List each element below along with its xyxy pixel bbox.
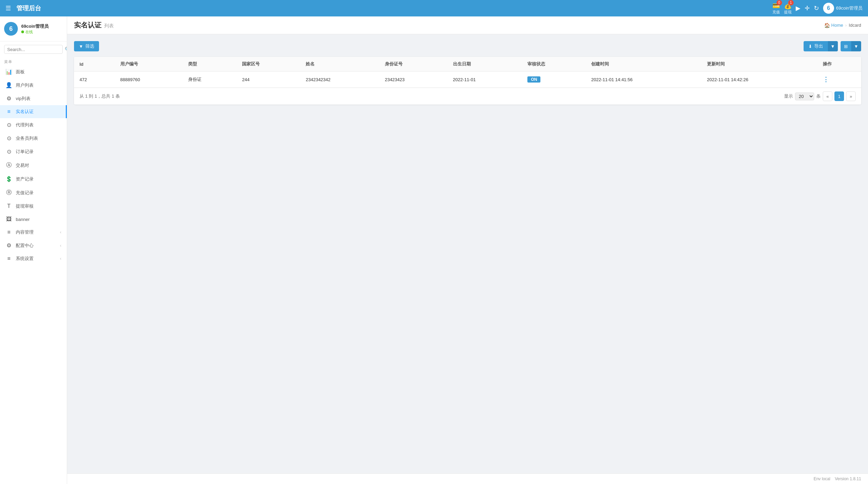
next-page-button[interactable]: » bbox=[846, 91, 856, 101]
refresh-icon: ↻ bbox=[814, 4, 819, 12]
pagination-controls: 显示 10 20 50 100 条 « 1 » bbox=[784, 91, 856, 101]
user-icon: 👤 bbox=[5, 82, 12, 88]
sidebar-item-sys-settings[interactable]: ≡ 系统设置 ‹ bbox=[0, 252, 67, 265]
columns-group: ⊞ ▼ bbox=[841, 41, 861, 51]
col-updated-at: 更新时间 bbox=[701, 57, 817, 72]
sidebar-item-agent-list[interactable]: ⊙ 代理列表 bbox=[0, 118, 67, 132]
play-icon: ▶ bbox=[796, 4, 800, 12]
sidebar-item-content-mgmt[interactable]: ≡ 内容管理 ‹ bbox=[0, 226, 67, 239]
sys-icon: ≡ bbox=[5, 256, 12, 262]
cell-created-at: 2022-11-01 14:41:56 bbox=[586, 72, 701, 88]
sidebar-item-recharge-records[interactable]: Ⓡ 充值记录 bbox=[0, 186, 67, 200]
dashboard-icon: 📊 bbox=[5, 69, 12, 75]
cell-actions: ⋮ bbox=[817, 72, 861, 88]
page-size-select[interactable]: 10 20 50 100 bbox=[795, 92, 814, 100]
withdraw-badge: 1 bbox=[788, 0, 794, 5]
sidebar-item-dashboard[interactable]: 📊 面板 bbox=[0, 65, 67, 78]
breadcrumb: 实名认证 列表 🏠 Home › Idcard bbox=[67, 16, 868, 34]
col-created-at: 创建时间 bbox=[586, 57, 701, 72]
sidebar-item-withdraw-review[interactable]: T 提现审核 bbox=[0, 200, 67, 213]
sidebar-item-banner[interactable]: 🖼 banner bbox=[0, 213, 67, 226]
app-title: 管理后台 bbox=[16, 4, 41, 12]
col-id-number: 身份证号 bbox=[379, 57, 448, 72]
col-type: 类型 bbox=[183, 57, 236, 72]
breadcrumb-separator: › bbox=[845, 23, 847, 28]
sidebar-item-label: 用户列表 bbox=[16, 82, 61, 88]
sidebar-item-config-center[interactable]: ⚙ 配置中心 ‹ bbox=[0, 239, 67, 252]
recharge-button[interactable]: 💳 充值 0 bbox=[772, 2, 780, 15]
export-group: ⬇ 导出 ▼ bbox=[804, 41, 838, 51]
page-subtitle: 列表 bbox=[104, 23, 114, 29]
sidebar-item-label: 面板 bbox=[16, 69, 61, 75]
sidebar-item-label: 订单记录 bbox=[16, 149, 61, 155]
header-right: 💳 充值 0 💰 提现 1 ▶ ✛ ↻ 6 69coin管理员 bbox=[772, 2, 863, 15]
cell-user-code: 88889760 bbox=[115, 72, 183, 88]
cell-updated-at: 2022-11-01 14:42:26 bbox=[701, 72, 817, 88]
hamburger-icon[interactable]: ☰ bbox=[5, 4, 11, 12]
version-label: Version bbox=[835, 476, 848, 481]
sidebar-item-trade[interactable]: Ⓐ 交易对 bbox=[0, 158, 67, 172]
columns-dropdown-button[interactable]: ▼ bbox=[851, 41, 861, 51]
display-label: 显示 bbox=[784, 93, 793, 99]
pagination: 从 1 到 1，总共 1 条 显示 10 20 50 100 条 « 1 » bbox=[74, 88, 861, 104]
play-button[interactable]: ▶ bbox=[796, 4, 800, 12]
chevron-down-icon: ‹ bbox=[60, 243, 61, 248]
table-row: 472 88889760 身份证 244 2342342342 23423423… bbox=[74, 72, 861, 88]
search-icon[interactable]: 🔍 bbox=[65, 47, 67, 52]
cell-birth-date: 2022-11-01 bbox=[448, 72, 522, 88]
avatar: 6 bbox=[823, 3, 834, 14]
export-dropdown-button[interactable]: ▼ bbox=[828, 41, 838, 51]
content-area: ▼ 筛选 ⬇ 导出 ▼ bbox=[67, 34, 868, 473]
menu-label: 菜单 bbox=[0, 57, 67, 65]
recharge-badge: 0 bbox=[777, 0, 782, 5]
user-info[interactable]: 6 69coin管理员 bbox=[823, 3, 863, 14]
agent-icon: ⊙ bbox=[5, 122, 12, 128]
fullscreen-button[interactable]: ✛ bbox=[805, 4, 810, 12]
layout: 6 69coin管理员 在线 🔍 菜单 📊 面板 👤 用户列表 bbox=[0, 16, 868, 484]
header-row: Id 用户编号 类型 国家区号 姓名 身份证号 出生日期 审核状态 创建时间 更… bbox=[74, 57, 861, 72]
columns-button[interactable]: ⊞ bbox=[841, 41, 851, 51]
sidebar-item-order-records[interactable]: ⊙ 订单记录 bbox=[0, 145, 67, 158]
sidebar: 6 69coin管理员 在线 🔍 菜单 📊 面板 👤 用户列表 bbox=[0, 16, 67, 484]
table-body: 472 88889760 身份证 244 2342342342 23423423… bbox=[74, 72, 861, 88]
withdraw-review-icon: T bbox=[5, 203, 12, 209]
export-icon: ⬇ bbox=[808, 44, 812, 49]
sidebar-item-user-list[interactable]: 👤 用户列表 bbox=[0, 78, 67, 92]
export-button[interactable]: ⬇ 导出 bbox=[804, 41, 828, 51]
filter-icon: ▼ bbox=[79, 44, 83, 49]
sidebar-item-asset-records[interactable]: 💲 资产记录 bbox=[0, 172, 67, 186]
sidebar-item-label: 配置中心 bbox=[16, 243, 57, 249]
chevron-down-icon: ▼ bbox=[831, 44, 835, 49]
current-page-button[interactable]: 1 bbox=[834, 91, 844, 101]
chevron-down-icon: ▼ bbox=[854, 44, 858, 49]
top-header: ☰ 管理后台 💳 充值 0 💰 提现 1 ▶ ✛ ↻ 6 69coin管理员 bbox=[0, 0, 868, 16]
search-input[interactable] bbox=[7, 47, 65, 52]
fullscreen-icon: ✛ bbox=[805, 4, 810, 12]
sidebar-item-label: 内容管理 bbox=[16, 229, 57, 235]
env-value: local bbox=[822, 476, 830, 481]
cell-audit-status: ON bbox=[522, 72, 586, 88]
row-action-button[interactable]: ⋮ bbox=[823, 76, 829, 83]
sidebar-item-label: 实名认证 bbox=[16, 109, 60, 115]
sidebar-search: 🔍 bbox=[0, 41, 67, 57]
filter-button[interactable]: ▼ 筛选 bbox=[74, 41, 99, 51]
sidebar-item-idcard[interactable]: ≡ 实名认证 bbox=[0, 105, 67, 118]
sidebar-item-label: 业务员列表 bbox=[16, 135, 61, 141]
online-badge: 在线 bbox=[21, 29, 49, 35]
prev-page-button[interactable]: « bbox=[823, 91, 832, 101]
sidebar-avatar: 6 bbox=[4, 22, 18, 36]
page-title: 实名认证 bbox=[74, 21, 101, 30]
sidebar-item-vip-list[interactable]: ⚙ vip列表 bbox=[0, 92, 67, 105]
withdraw-label: 提现 bbox=[784, 10, 792, 15]
sidebar-item-label: 资产记录 bbox=[16, 176, 61, 182]
refresh-button[interactable]: ↻ bbox=[814, 4, 819, 12]
col-user-code: 用户编号 bbox=[115, 57, 183, 72]
sidebar-user-section: 6 69coin管理员 在线 bbox=[0, 16, 67, 41]
trade-icon: Ⓐ bbox=[5, 162, 12, 169]
cell-name: 2342342342 bbox=[300, 72, 379, 88]
withdraw-button[interactable]: 💰 提现 1 bbox=[784, 2, 792, 15]
breadcrumb-home[interactable]: 🏠 Home bbox=[824, 23, 843, 28]
sidebar-item-staff-list[interactable]: ⊙ 业务员列表 bbox=[0, 132, 67, 145]
header-left: ☰ 管理后台 bbox=[5, 4, 41, 12]
col-actions: 操作 bbox=[817, 57, 861, 72]
